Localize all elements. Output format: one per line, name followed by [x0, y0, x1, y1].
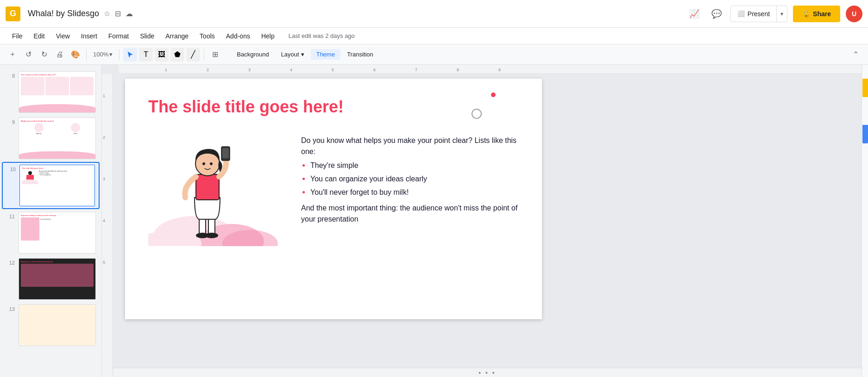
slide-number-13: 13: [6, 304, 15, 312]
slide-preview-9: Maybe you need to divide the content Mer…: [19, 117, 96, 159]
text-tool-button[interactable]: T: [139, 48, 153, 62]
svg-point-28: [210, 162, 213, 165]
zoom-dropdown-icon: ▾: [109, 51, 113, 58]
slide-thumbnail-12[interactable]: 12 A picture is worth a thousand words: [2, 256, 100, 302]
folder-icon[interactable]: ⊟: [115, 9, 121, 18]
slide-figure: [148, 130, 287, 248]
svg-point-22: [205, 233, 218, 238]
zoom-selector[interactable]: 100% ▾: [90, 48, 115, 62]
slide-body: Do you know what helps you make your poi…: [125, 126, 542, 253]
slide-canvas[interactable]: The slide title goes here!: [125, 79, 542, 319]
bottom-panel-handle[interactable]: • • •: [113, 368, 862, 377]
slide-number-8: 8: [6, 71, 15, 79]
slide-number-11: 11: [6, 212, 15, 219]
svg-text:1: 1: [165, 68, 167, 72]
menu-arrange[interactable]: Arrange: [161, 31, 193, 42]
top-bar: G Whala! by Slidesgo ☆ ⊟ ☁ 📈 💬 ⬜ Present…: [0, 0, 868, 28]
menu-edit[interactable]: Edit: [29, 31, 50, 42]
last-edit-text: Last edit was 2 days ago: [289, 32, 355, 39]
slide-thumbnail-9[interactable]: 9 Maybe you need to divide the content M…: [2, 116, 100, 161]
line-tool-button[interactable]: ╱: [186, 48, 200, 62]
slide-preview-8: You could use three columns, why not?: [19, 71, 96, 113]
star-icon[interactable]: ☆: [104, 9, 110, 18]
slide-preview-12: A picture is worth a thousand words: [19, 258, 96, 300]
cloud-icon[interactable]: ☁: [126, 9, 133, 18]
slide-title[interactable]: The slide title goes here!: [125, 79, 542, 126]
menu-view[interactable]: View: [51, 31, 75, 42]
paint-format-button[interactable]: 🎨: [69, 48, 82, 62]
image-tool-button[interactable]: 🖼: [155, 48, 169, 62]
svg-text:8: 8: [457, 68, 459, 72]
add-button[interactable]: ＋: [6, 48, 19, 62]
menu-addons[interactable]: Add-ons: [221, 31, 255, 42]
toolbar: ＋ ↺ ↻ 🖨 🎨 100% ▾ T 🖼 ⬟ ╱ ⊞ Background La…: [0, 44, 868, 65]
redo-button[interactable]: ↻: [37, 48, 51, 62]
slide-number-9: 9: [6, 117, 15, 125]
menu-insert[interactable]: Insert: [76, 31, 102, 42]
svg-text:1: 1: [103, 93, 105, 98]
present-button[interactable]: ⬜ Present: [731, 6, 777, 22]
app-icon: G: [6, 6, 20, 21]
svg-text:3: 3: [248, 68, 251, 72]
svg-text:3: 3: [103, 177, 105, 181]
menu-tools[interactable]: Tools: [195, 31, 220, 42]
background-button[interactable]: Background: [231, 49, 274, 60]
user-avatar[interactable]: U: [846, 6, 862, 22]
slide-paragraph-2: And the most important thing: the audien…: [301, 203, 519, 225]
menu-slide[interactable]: Slide: [135, 31, 159, 42]
svg-text:4: 4: [290, 68, 292, 72]
slide-thumbnail-8[interactable]: 8 You could use three columns, why not?: [2, 69, 100, 115]
layout-button[interactable]: Layout ▾: [276, 49, 310, 60]
right-panel: [862, 65, 868, 377]
svg-text:5: 5: [332, 68, 334, 72]
svg-text:2: 2: [207, 68, 209, 72]
present-square-icon: ⬜: [737, 10, 745, 17]
handle-dots: • • •: [478, 369, 496, 377]
doc-title: Whala! by Slidesgo: [28, 9, 99, 19]
ruler-vertical: 1 2 3 4 5: [102, 74, 113, 377]
svg-rect-23: [196, 174, 219, 200]
slide-thumbnail-10[interactable]: 10 The slide title goes here! Do you kno…: [2, 162, 100, 209]
slide-text-content: Do you know what helps you make your poi…: [301, 130, 519, 225]
main-area: 8 You could use three columns, why not? …: [0, 65, 868, 377]
zoom-label: 100%: [93, 51, 108, 58]
svg-text:5: 5: [103, 260, 105, 265]
analytics-icon[interactable]: 📈: [686, 6, 703, 22]
canvas-area: 1 2 3 4 5 6 7 8 9 1 2 3 4 5: [102, 65, 862, 377]
comment-icon[interactable]: 💬: [708, 6, 725, 22]
theme-label: Theme: [316, 51, 335, 58]
toolbar-right-actions: ⌃: [849, 48, 862, 62]
deco-circle-filled: [491, 93, 496, 97]
menu-bar: File Edit View Insert Format Slide Arran…: [0, 28, 868, 44]
share-button[interactable]: 🔒 Share: [793, 6, 840, 22]
menu-help[interactable]: Help: [257, 31, 279, 42]
top-right-actions: 📈 💬 ⬜ Present ▾ 🔒 Share U: [686, 6, 862, 22]
menu-file[interactable]: File: [7, 31, 27, 42]
slide-panel: 8 You could use three columns, why not? …: [0, 65, 102, 377]
undo-button[interactable]: ↺: [21, 48, 35, 62]
shape-tool-button[interactable]: ⬟: [170, 48, 184, 62]
select-tool-button[interactable]: [123, 48, 137, 62]
slide-thumbnail-11[interactable]: 11 A picture always reinforces the conce…: [2, 210, 100, 255]
doc-title-area: Whala! by Slidesgo ☆ ⊟ ☁: [28, 9, 682, 19]
slide-thumbnail-13[interactable]: 13: [2, 303, 100, 348]
slide-preview-11: A picture always reinforces the concept …: [19, 212, 96, 253]
slide-preview-10: The slide title goes here! Do you know w…: [19, 165, 95, 206]
layout-icon-button[interactable]: ⊞: [208, 48, 222, 62]
print-button[interactable]: 🖨: [53, 48, 67, 62]
theme-button[interactable]: Theme: [311, 49, 340, 60]
slide-number-10: 10: [6, 165, 16, 172]
svg-point-27: [202, 162, 205, 165]
menu-format[interactable]: Format: [104, 31, 133, 42]
slide-preview-13: [19, 304, 96, 346]
lock-icon: 🔒: [802, 10, 810, 18]
transition-button[interactable]: Transition: [341, 49, 379, 60]
toolbar-separator-1: [86, 49, 87, 60]
background-label: Background: [237, 51, 269, 58]
collapse-toolbar-button[interactable]: ⌃: [849, 48, 862, 62]
layout-arrow-icon: ▾: [301, 51, 304, 58]
slide-bullet-2: You can organize your ideas clearly: [310, 173, 519, 186]
layout-label: Layout: [281, 51, 299, 58]
present-dropdown-arrow[interactable]: ▾: [777, 6, 787, 22]
toolbar-separator-3: [204, 49, 204, 60]
